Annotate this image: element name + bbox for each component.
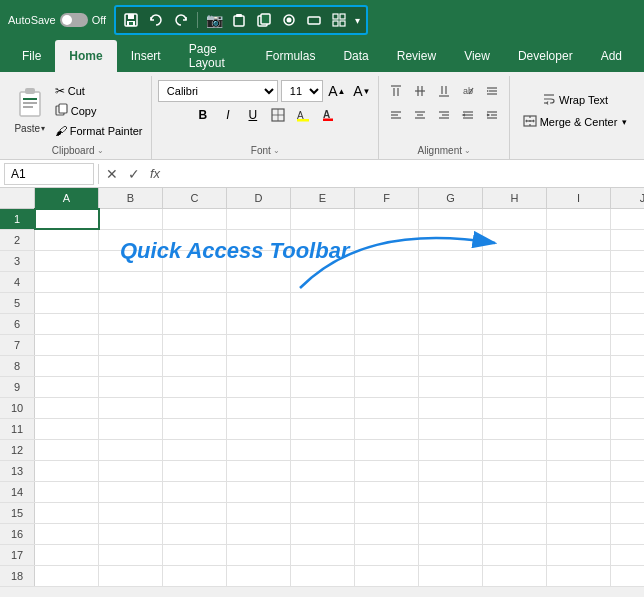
save-button[interactable] <box>120 9 142 31</box>
cell-A5[interactable] <box>35 293 99 313</box>
cell-H18[interactable] <box>483 566 547 586</box>
cell-A13[interactable] <box>35 461 99 481</box>
formula-fx-button[interactable]: fx <box>147 166 163 181</box>
cell-D1[interactable] <box>227 209 291 229</box>
autosave-toggle[interactable] <box>60 13 88 27</box>
col-header-e[interactable]: E <box>291 188 355 208</box>
cell-G4[interactable] <box>419 272 483 292</box>
cell-J2[interactable] <box>611 230 644 250</box>
cell-B16[interactable] <box>99 524 163 544</box>
cell-I5[interactable] <box>547 293 611 313</box>
cell-F4[interactable] <box>355 272 419 292</box>
cell-E8[interactable] <box>291 356 355 376</box>
cell-J17[interactable] <box>611 545 644 565</box>
cell-F18[interactable] <box>355 566 419 586</box>
text-angle-button[interactable]: ab <box>457 80 479 102</box>
cell-J15[interactable] <box>611 503 644 523</box>
cell-G7[interactable] <box>419 335 483 355</box>
name-box[interactable] <box>4 163 94 185</box>
cell-F10[interactable] <box>355 398 419 418</box>
cell-A8[interactable] <box>35 356 99 376</box>
cell-E9[interactable] <box>291 377 355 397</box>
cell-F9[interactable] <box>355 377 419 397</box>
cell-J3[interactable] <box>611 251 644 271</box>
cell-D13[interactable] <box>227 461 291 481</box>
cell-H7[interactable] <box>483 335 547 355</box>
cell-C4[interactable] <box>163 272 227 292</box>
cell-H5[interactable] <box>483 293 547 313</box>
cell-G17[interactable] <box>419 545 483 565</box>
copy-pages-button[interactable] <box>253 9 275 31</box>
cell-B17[interactable] <box>99 545 163 565</box>
cell-G2[interactable] <box>419 230 483 250</box>
wrap-text-button[interactable]: Wrap Text <box>538 90 612 110</box>
cell-D16[interactable] <box>227 524 291 544</box>
cell-E17[interactable] <box>291 545 355 565</box>
paste-button[interactable]: Paste ▾ <box>10 80 50 136</box>
cell-C11[interactable] <box>163 419 227 439</box>
cell-D12[interactable] <box>227 440 291 460</box>
cell-J6[interactable] <box>611 314 644 334</box>
col-header-d[interactable]: D <box>227 188 291 208</box>
cell-H4[interactable] <box>483 272 547 292</box>
cell-H3[interactable] <box>483 251 547 271</box>
tab-review[interactable]: Review <box>383 40 450 72</box>
cell-D5[interactable] <box>227 293 291 313</box>
clipboard-button[interactable] <box>228 9 250 31</box>
cell-A16[interactable] <box>35 524 99 544</box>
cell-B14[interactable] <box>99 482 163 502</box>
tab-page-layout[interactable]: Page Layout <box>175 40 252 72</box>
cell-F17[interactable] <box>355 545 419 565</box>
cell-E4[interactable] <box>291 272 355 292</box>
cell-E11[interactable] <box>291 419 355 439</box>
cell-H1[interactable] <box>483 209 547 229</box>
cell-A7[interactable] <box>35 335 99 355</box>
cell-J5[interactable] <box>611 293 644 313</box>
cell-E18[interactable] <box>291 566 355 586</box>
alignment-expand-icon[interactable]: ⌄ <box>464 146 471 155</box>
cell-E12[interactable] <box>291 440 355 460</box>
font-face-select[interactable]: Calibri <box>158 80 278 102</box>
font-expand-icon[interactable]: ⌄ <box>273 146 280 155</box>
cell-G9[interactable] <box>419 377 483 397</box>
tab-file[interactable]: File <box>8 40 55 72</box>
cell-F13[interactable] <box>355 461 419 481</box>
cell-H9[interactable] <box>483 377 547 397</box>
cell-C14[interactable] <box>163 482 227 502</box>
italic-button[interactable]: I <box>217 104 239 126</box>
merge-center-button[interactable]: Merge & Center ▾ <box>519 112 632 132</box>
cell-A17[interactable] <box>35 545 99 565</box>
cell-D7[interactable] <box>227 335 291 355</box>
undo-button[interactable] <box>145 9 167 31</box>
align-bottom-button[interactable] <box>433 80 455 102</box>
cell-A12[interactable] <box>35 440 99 460</box>
cell-I12[interactable] <box>547 440 611 460</box>
border-button[interactable] <box>267 104 289 126</box>
cell-C2[interactable] <box>163 230 227 250</box>
cell-J10[interactable] <box>611 398 644 418</box>
cell-E10[interactable] <box>291 398 355 418</box>
row-number-18[interactable]: 18 <box>0 566 35 586</box>
cell-C16[interactable] <box>163 524 227 544</box>
cell-B3[interactable] <box>99 251 163 271</box>
row-number-13[interactable]: 13 <box>0 461 35 481</box>
col-header-b[interactable]: B <box>99 188 163 208</box>
cell-B4[interactable] <box>99 272 163 292</box>
paste-dropdown-arrow[interactable]: ▾ <box>41 124 45 133</box>
tab-insert[interactable]: Insert <box>117 40 175 72</box>
cell-I3[interactable] <box>547 251 611 271</box>
cell-G11[interactable] <box>419 419 483 439</box>
cell-G3[interactable] <box>419 251 483 271</box>
cell-E16[interactable] <box>291 524 355 544</box>
clipboard-expand-icon[interactable]: ⌄ <box>97 146 104 155</box>
cell-C3[interactable] <box>163 251 227 271</box>
tab-developer[interactable]: Developer <box>504 40 587 72</box>
col-header-h[interactable]: H <box>483 188 547 208</box>
cell-H12[interactable] <box>483 440 547 460</box>
cell-A18[interactable] <box>35 566 99 586</box>
row-number-9[interactable]: 9 <box>0 377 35 397</box>
cell-E3[interactable] <box>291 251 355 271</box>
tab-home[interactable]: Home <box>55 40 116 72</box>
cell-D11[interactable] <box>227 419 291 439</box>
cell-J1[interactable] <box>611 209 644 229</box>
